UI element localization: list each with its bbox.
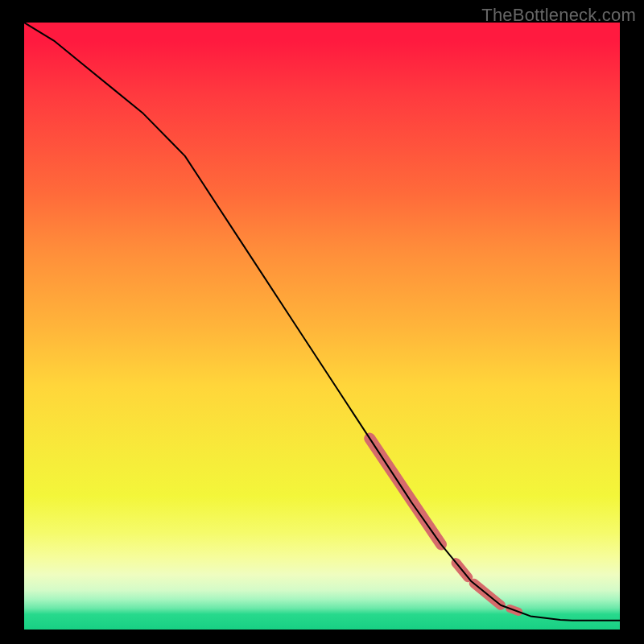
chart-frame: TheBottleneck.com	[0, 0, 644, 644]
bottleneck-curve	[24, 23, 620, 621]
highlighted-marker-group	[369, 439, 518, 613]
curve-layer	[24, 23, 620, 630]
plot-area	[24, 23, 620, 630]
